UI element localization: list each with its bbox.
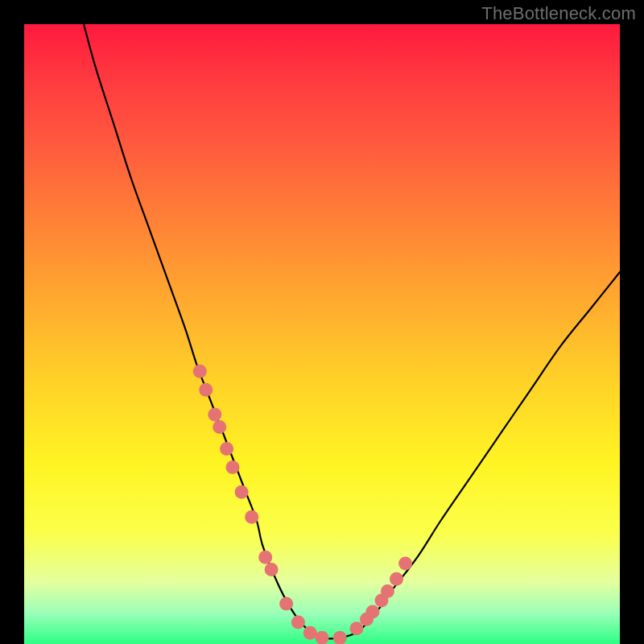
marker-dot [303,626,317,640]
marker-dot [193,365,207,378]
marker-dot [390,572,403,586]
outer-frame: TheBottleneck.com [0,0,644,644]
marker-dot [291,616,305,630]
watermark-text: TheBottleneck.com [481,3,636,24]
marker-dot [333,631,347,644]
marker-dot [349,621,363,635]
marker-dot [213,420,226,434]
bottleneck-curve [84,24,620,638]
marker-dot [226,460,240,474]
marker-group [193,365,412,644]
chart-svg [24,24,620,644]
marker-dot [208,408,221,422]
marker-dot [279,597,293,610]
marker-dot [381,584,394,598]
marker-dot [245,510,258,524]
marker-dot [398,556,412,570]
marker-dot [220,442,233,456]
marker-dot [316,631,329,644]
marker-dot [265,563,279,576]
plot-area [24,24,620,644]
marker-dot [365,605,379,618]
marker-dot [199,383,213,397]
marker-dot [258,551,272,564]
marker-dot [235,485,249,499]
